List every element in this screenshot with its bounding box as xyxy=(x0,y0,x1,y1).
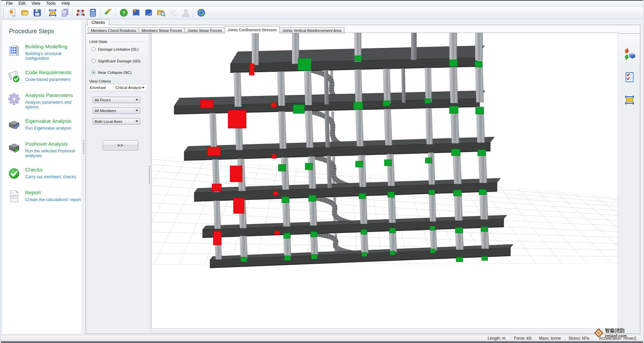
model-3d-viewport[interactable] xyxy=(151,33,618,329)
local-axes-dropdown[interactable]: Both Local Axes xyxy=(93,118,140,125)
subtab-members-chord-rotations[interactable]: Members Chord Rotations xyxy=(88,28,139,33)
sidebar-item-building-modelling[interactable]: Building ModellingBuilding's structural … xyxy=(6,35,82,61)
step-title: Report xyxy=(25,190,81,196)
radio-label: Near Collapse (NC) xyxy=(98,70,131,75)
sidebar-item-pushover-analysis[interactable]: Pushover AnalysisRun the selected Pushov… xyxy=(6,132,82,158)
report-page-icon xyxy=(7,189,21,203)
support-button[interactable] xyxy=(179,7,192,18)
status-length-units: Length: m xyxy=(482,335,511,341)
examples-button[interactable] xyxy=(155,7,167,18)
status-acceleration-units: Acceleration: m/sec2 xyxy=(592,335,643,341)
toolbar-separator xyxy=(100,8,101,17)
radio-significant-damage[interactable]: Significant Damage (SD) xyxy=(91,59,141,63)
toolbar-separator xyxy=(193,8,194,17)
menu-view[interactable]: View xyxy=(29,1,43,6)
chip-play-icon xyxy=(7,141,21,155)
splitter-handle-icon xyxy=(149,166,150,184)
step-subtitle: Code-based parameters xyxy=(25,77,71,82)
building-modeller-button[interactable] xyxy=(46,7,59,18)
globe-icon xyxy=(197,8,206,17)
calculations-button[interactable] xyxy=(87,7,99,18)
step-title: Building Modelling xyxy=(25,44,82,50)
view-3d-model-button[interactable] xyxy=(74,7,87,18)
floors-dropdown-value: All Floors xyxy=(93,98,135,102)
book-star-icon xyxy=(131,8,141,17)
new-project-button[interactable] xyxy=(6,7,18,18)
building-icon xyxy=(7,43,21,57)
help-button[interactable]: ? xyxy=(117,7,130,18)
report-button[interactable] xyxy=(59,7,71,18)
folder-search-icon xyxy=(156,8,166,17)
application-window: File Edit View Tools Help ? Procedure St… xyxy=(0,0,644,343)
step-title: Pushover Analysis xyxy=(25,141,82,147)
model-3d-icon xyxy=(76,8,85,17)
subtab-joints-shear-forces[interactable]: Joints Shear Forces xyxy=(184,28,225,33)
radio-icon xyxy=(91,59,96,63)
chevron-down-icon xyxy=(136,110,138,111)
chevron-down-icon xyxy=(136,99,138,101)
main-area: Checks Members Chord Rotations Members S… xyxy=(86,19,641,335)
floors-dropdown[interactable]: All Floors xyxy=(93,97,140,103)
step-title: Analysis Parameters xyxy=(25,92,82,98)
website-button[interactable] xyxy=(195,7,207,18)
deformed-shape-icon xyxy=(624,48,636,60)
gear-icon xyxy=(7,92,21,106)
menu-tools[interactable]: Tools xyxy=(43,1,59,6)
frame-view-button[interactable] xyxy=(622,93,637,107)
sidebar-splitter[interactable] xyxy=(83,20,85,334)
step-subtitle: Carry out members' checks xyxy=(25,175,76,179)
toolbar-grip[interactable] xyxy=(3,8,4,17)
open-folder-icon xyxy=(20,8,30,17)
radio-label: Damage Limitation (DL) xyxy=(98,47,139,51)
chip-check-icon xyxy=(7,118,21,132)
tab-checks[interactable]: Checks xyxy=(87,19,109,25)
view-criteria-label: View Criteria xyxy=(89,79,111,83)
sidebar-item-report[interactable]: ReportCreate the calculations' report xyxy=(6,181,82,204)
panel-splitter[interactable] xyxy=(148,34,151,334)
main-toolbar: ? xyxy=(1,7,643,19)
menu-help[interactable]: Help xyxy=(59,1,73,6)
user-icon xyxy=(181,8,191,17)
status-force-units: Force: kN xyxy=(511,335,534,341)
members-dropdown[interactable]: All Members xyxy=(93,107,140,114)
checks-list-button[interactable] xyxy=(622,70,637,84)
menu-edit[interactable]: Edit xyxy=(15,1,29,6)
sidebar-item-eigenvalue-analysis[interactable]: Eigenvalue AnalysisRun Eigenvalue analys… xyxy=(6,109,82,132)
report-document-icon xyxy=(60,8,70,17)
splitter-handle-icon xyxy=(83,140,84,154)
tutorial-button[interactable] xyxy=(130,7,142,18)
checks-subtabs: Members Chord Rotations Members Shear Fo… xyxy=(88,27,344,33)
envelope-combo[interactable]: Envelope Critical Analysis xyxy=(89,84,146,91)
status-bar: Length: m Force: kN Mass: tonne Stress: … xyxy=(1,335,643,341)
deformed-shape-button[interactable] xyxy=(622,47,637,61)
frame-element-icon xyxy=(624,94,635,106)
procedure-steps-sidebar: Procedure Steps Building ModellingBuildi… xyxy=(2,20,82,334)
scroll-check-icon xyxy=(7,69,21,83)
user-manual-button[interactable] xyxy=(142,7,155,18)
radio-damage-limitation[interactable]: Damage Limitation (DL) xyxy=(91,47,139,51)
checklist-icon xyxy=(624,71,635,83)
subtab-joints-vertical-reinforcement-area[interactable]: Joints Vertical Reinforcement Area xyxy=(279,28,344,33)
members-dropdown-value: All Members xyxy=(93,109,135,113)
check-circle-icon xyxy=(7,166,21,181)
new-file-icon xyxy=(8,8,17,17)
chevron-down-icon xyxy=(142,87,145,89)
status-mass-units: Mass: tonne xyxy=(534,335,565,341)
open-project-button[interactable] xyxy=(18,7,31,18)
sidebar-item-checks[interactable]: ChecksCarry out members' checks xyxy=(6,158,82,181)
step-subtitle: Run the selected Pushover analyses xyxy=(25,149,82,158)
status-stress-units: Stress: kPa xyxy=(565,335,592,341)
subtab-members-shear-forces[interactable]: Members Shear Forces xyxy=(139,28,185,33)
sidebar-item-analysis-parameters[interactable]: Analysis ParametersAnalysis parameters a… xyxy=(6,84,82,109)
menu-file[interactable]: File xyxy=(3,1,15,6)
forum-button[interactable] xyxy=(167,7,179,18)
save-button[interactable] xyxy=(31,7,43,18)
step-subtitle: Run Eigenvalue analysis xyxy=(25,126,71,131)
sidebar-item-code-requirements[interactable]: Code RequirementsCode-based parameters xyxy=(6,61,82,84)
radio-near-collapse[interactable]: Near Collapse (NC) xyxy=(91,70,131,75)
toolbar-separator xyxy=(116,8,116,17)
step-title: Eigenvalue Analysis xyxy=(25,118,71,124)
display-options-button[interactable] xyxy=(102,7,114,18)
apply-button[interactable]: >> xyxy=(103,140,138,150)
subtab-joints-confinement-stresses[interactable]: Joints Confinement Stresses xyxy=(225,26,280,33)
